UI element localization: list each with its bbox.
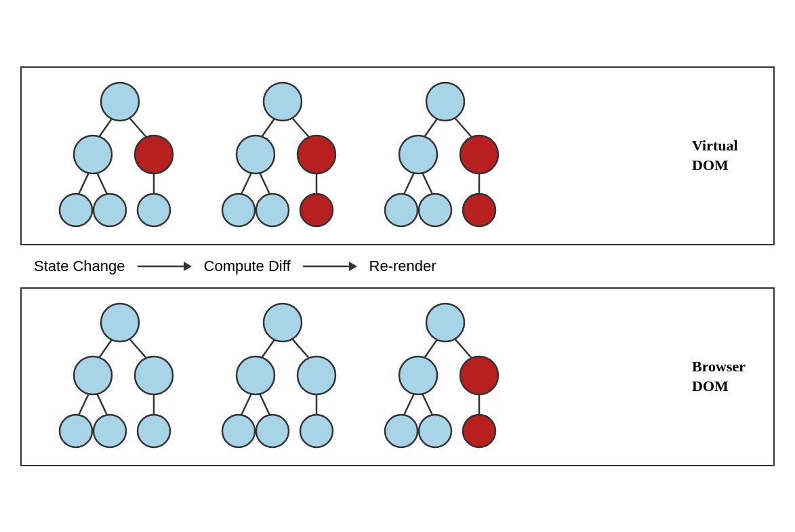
arrow-section: State Change Compute Diff Re-render: [20, 245, 775, 287]
vdom-tree-2: [211, 81, 354, 230]
svg-point-67: [385, 415, 417, 447]
svg-point-17: [237, 136, 274, 173]
svg-point-27: [426, 83, 464, 121]
svg-point-28: [399, 136, 437, 173]
svg-point-18: [298, 136, 335, 173]
svg-point-54: [237, 356, 274, 394]
vdom-tree-3: [374, 81, 516, 230]
svg-marker-34: [184, 262, 192, 271]
svg-point-8: [60, 194, 92, 226]
svg-point-66: [460, 356, 498, 394]
main-container: Virtual DOM State Change Compute Diff Re…: [20, 66, 775, 466]
svg-point-7: [135, 136, 173, 173]
svg-point-21: [300, 194, 333, 226]
svg-point-45: [60, 415, 92, 447]
bdom-tree-1: [49, 302, 191, 451]
step1-label: State Change: [34, 258, 125, 275]
step3-label: Re-render: [369, 258, 436, 275]
svg-point-10: [138, 194, 170, 226]
arrow-1: [138, 258, 192, 274]
svg-point-31: [419, 194, 451, 226]
svg-point-68: [419, 415, 451, 447]
vdom-section: Virtual DOM: [20, 66, 775, 245]
bdom-tree-3: [374, 302, 516, 451]
svg-marker-36: [349, 262, 357, 271]
svg-point-47: [138, 415, 170, 447]
svg-point-19: [222, 194, 255, 226]
step2-label: Compute Diff: [204, 258, 291, 275]
svg-point-20: [256, 194, 289, 226]
svg-point-58: [300, 415, 333, 447]
svg-point-46: [94, 415, 126, 447]
arrow-2: [303, 258, 357, 274]
bdom-trees: [35, 302, 685, 451]
svg-point-32: [463, 194, 495, 226]
vdom-trees: [35, 81, 685, 230]
svg-point-69: [463, 415, 495, 447]
svg-point-16: [264, 83, 302, 121]
vdom-label: Virtual DOM: [692, 136, 767, 175]
svg-point-9: [94, 194, 126, 226]
svg-point-6: [74, 136, 112, 173]
svg-point-64: [426, 304, 464, 342]
bdom-tree-2: [211, 302, 354, 451]
bdom-label: Browser DOM: [692, 357, 767, 396]
svg-point-5: [101, 83, 139, 121]
bdom-section: Browser DOM: [20, 287, 775, 466]
svg-point-53: [264, 304, 302, 342]
svg-point-29: [460, 136, 498, 173]
svg-point-44: [135, 356, 173, 394]
svg-point-57: [256, 415, 289, 447]
svg-point-43: [74, 356, 112, 394]
svg-point-55: [298, 356, 335, 394]
svg-point-30: [385, 194, 417, 226]
svg-point-56: [222, 415, 255, 447]
vdom-tree-1: [49, 81, 191, 230]
svg-point-65: [399, 356, 437, 394]
svg-point-42: [101, 304, 139, 342]
